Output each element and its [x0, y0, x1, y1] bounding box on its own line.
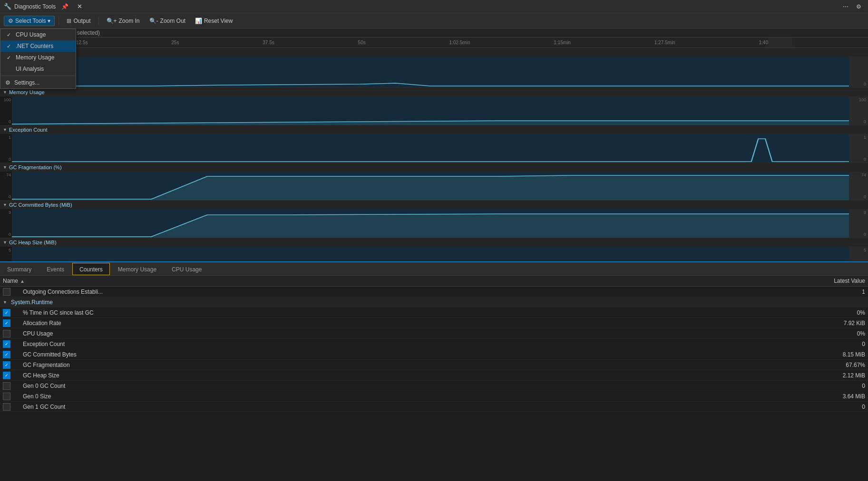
time-info: Last 1:39 minutes (1:39 min selected)	[0, 29, 868, 38]
timeline-label-0: 12.5s	[76, 40, 88, 45]
settings-gear-icon: ⚙	[5, 79, 10, 86]
pin-button[interactable]: 📌	[59, 2, 71, 11]
row-name: Gen 1 GC Count	[13, 404, 808, 410]
row-checkbox[interactable]	[3, 288, 10, 296]
row-name: Outgoing Connections Establi...	[13, 289, 808, 295]
memory-usage-label: Memory Usage	[16, 54, 54, 61]
gc-heap-title: GC Heap Size (MiB)	[9, 240, 57, 245]
gc-fragmentation-chart-area[interactable]	[12, 172, 849, 200]
ui-analysis-label: UI Analysis	[16, 66, 44, 72]
memory-usage-header[interactable]: ▼ Memory Usage	[0, 88, 868, 96]
net-counters-section: ▼ .NET Counters 0 0	[0, 48, 868, 88]
memory-usage-chart-area[interactable]	[12, 96, 849, 125]
net-counters-check: ✓	[5, 43, 12, 49]
zoom-out-button[interactable]: 🔍- Zoom Out	[146, 16, 189, 26]
value-column-header: Latest Value	[808, 278, 865, 284]
tab-events[interactable]: Events	[39, 263, 71, 275]
row-checkbox[interactable]	[3, 372, 10, 379]
row-name: CPU Usage	[13, 330, 808, 337]
exception-count-chart-area[interactable]	[12, 134, 849, 163]
output-button[interactable]: ⊞ Output	[63, 16, 94, 26]
table-row: Gen 0 GC Count 0	[0, 381, 868, 391]
zoom-in-button[interactable]: 🔍+ Zoom In	[103, 16, 144, 26]
row-name: Allocation Rate	[13, 320, 808, 327]
table-container: Outgoing Connections Establi... 1 ▼ Syst…	[0, 287, 868, 481]
select-tools-button[interactable]: ⚙ Select Tools ▾	[4, 16, 55, 26]
row-value: 2.12 MiB	[808, 372, 865, 379]
group-name: System.Runtime	[9, 299, 808, 306]
row-value: 0	[808, 404, 865, 410]
group-collapse-arrow[interactable]: ▼	[3, 300, 7, 305]
tab-events-label: Events	[47, 266, 64, 273]
gc-fragmentation-right-axis: 74 0	[849, 172, 868, 200]
name-column-header[interactable]: Name ▲	[3, 278, 808, 284]
row-checkbox[interactable]	[3, 393, 10, 400]
gc-committed-title: GC Committed Bytes (MiB)	[9, 202, 72, 208]
timeline-labels: 12.5s 25s 37.5s 50s 1:02.5min 1:15min 1:…	[76, 40, 768, 45]
row-checkbox[interactable]	[3, 319, 10, 327]
row-value: 1	[808, 289, 865, 295]
chart-container: ▼ .NET Counters 0 0	[0, 48, 868, 261]
more-options-button[interactable]: ⋯	[840, 2, 851, 11]
dropdown-item-memory-usage[interactable]: ✓ Memory Usage	[0, 52, 76, 63]
table-row: Gen 1 GC Count 0	[0, 402, 868, 412]
gc-committed-right-axis: 9 0	[849, 209, 868, 238]
title-bar: 🔧 Diagnostic Tools 📌 ✕ ⋯ ⚙	[0, 0, 868, 13]
exception-count-title: Exception Count	[9, 127, 48, 133]
collapse-icon-exception: ▼	[3, 127, 7, 132]
row-checkbox[interactable]	[3, 403, 10, 411]
table-row: GC Heap Size 2.12 MiB	[0, 370, 868, 381]
exception-count-body: 1 0 1 0	[0, 134, 868, 163]
dropdown-divider	[0, 76, 76, 76]
row-value: 7.92 KiB	[808, 320, 865, 327]
gc-heap-right-axis: 5 0	[849, 247, 868, 261]
tab-cpu-usage-label: CPU Usage	[172, 266, 202, 273]
net-counters-chart-area[interactable]	[12, 57, 849, 87]
gc-fragmentation-y-axis: 74 0	[0, 172, 12, 200]
toolbar: ⚙ Select Tools ▾ ✓ CPU Usage ✓ .NET Coun…	[0, 13, 868, 29]
table-row: ▼ System.Runtime	[0, 297, 868, 308]
gc-committed-chart-area[interactable]	[12, 209, 849, 238]
select-tools-label: Select Tools	[15, 18, 46, 24]
row-checkbox[interactable]	[3, 309, 10, 317]
settings-button[interactable]: ⚙	[853, 2, 864, 11]
exception-count-header[interactable]: ▼ Exception Count	[0, 125, 868, 134]
row-checkbox[interactable]	[3, 351, 10, 358]
gc-heap-chart-area[interactable]	[12, 247, 849, 261]
dropdown-item-ui-analysis[interactable]: ✓ UI Analysis	[0, 63, 76, 75]
memory-usage-right-axis: 100 0	[849, 96, 868, 125]
row-checkbox[interactable]	[3, 340, 10, 348]
timeline-label-7: 1:40	[759, 40, 768, 45]
tab-cpu-usage[interactable]: CPU Usage	[165, 263, 209, 275]
tab-memory-usage[interactable]: Memory Usage	[111, 263, 164, 275]
gear-icon: ⚙	[8, 18, 13, 24]
row-name: GC Committed Bytes	[13, 351, 808, 358]
close-window-button[interactable]: ✕	[74, 2, 85, 11]
gc-heap-y-axis: 5 0	[0, 247, 12, 261]
gc-fragmentation-title: GC Fragmentation (%)	[9, 164, 62, 170]
timeline-label-6: 1:27.5min	[654, 40, 675, 45]
toolbar-separator-2	[98, 16, 99, 26]
tab-counters-label: Counters	[79, 266, 103, 273]
row-checkbox[interactable]	[3, 382, 10, 390]
tab-summary[interactable]: Summary	[0, 263, 39, 275]
settings-menu-item[interactable]: ⚙ Settings...	[0, 77, 76, 88]
reset-view-button[interactable]: 📊 Reset View	[191, 16, 236, 26]
gc-heap-body: 5 0 5 0	[0, 247, 868, 261]
row-name: % Time in GC since last GC	[13, 309, 808, 316]
table-row: GC Fragmentation 67.67%	[0, 360, 868, 370]
row-value: 3.64 MiB	[808, 393, 865, 400]
gc-committed-header[interactable]: ▼ GC Committed Bytes (MiB)	[0, 201, 868, 209]
row-name: GC Heap Size	[13, 372, 808, 379]
row-checkbox[interactable]	[3, 361, 10, 369]
row-name: Gen 0 Size	[13, 393, 808, 400]
zoom-in-label: Zoom In	[119, 18, 140, 24]
row-value: 0%	[808, 330, 865, 337]
gc-heap-header[interactable]: ▼ GC Heap Size (MiB)	[0, 238, 868, 247]
row-checkbox[interactable]	[3, 330, 10, 337]
dropdown-item-net-counters[interactable]: ✓ .NET Counters	[0, 40, 76, 52]
dropdown-item-cpu-usage[interactable]: ✓ CPU Usage	[0, 29, 76, 40]
tab-counters[interactable]: Counters	[72, 263, 110, 275]
net-counters-header[interactable]: ▼ .NET Counters	[0, 48, 868, 57]
gc-fragmentation-header[interactable]: ▼ GC Fragmentation (%)	[0, 163, 868, 172]
